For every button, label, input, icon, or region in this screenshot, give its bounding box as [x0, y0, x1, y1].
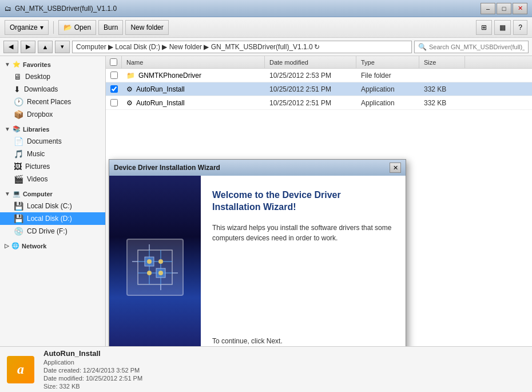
row-checkbox-cell [106, 99, 122, 106]
documents-icon: 📄 [14, 137, 23, 146]
sidebar-network-label: Network [22, 243, 46, 250]
forward-button[interactable]: ▶ [21, 41, 35, 53]
close-button[interactable]: ✕ [513, 3, 527, 14]
svg-rect-0 [138, 250, 172, 284]
search-box: 🔍 [414, 41, 529, 53]
sidebar-item-downloads[interactable]: ⬇ Downloads [0, 83, 105, 96]
organize-button[interactable]: Organize ▾ [5, 20, 49, 35]
maximize-button[interactable]: □ [497, 3, 511, 14]
cell-size: 332 KB [419, 99, 465, 107]
sidebar-item-pictures[interactable]: 🖼 Pictures [0, 160, 105, 173]
downloads-icon: ⬇ [14, 85, 21, 94]
file-info: AutoRun_Install Application Date created… [43, 349, 142, 390]
dropbox-icon: 📦 [14, 110, 23, 119]
sidebar-music-label: Music [27, 150, 45, 158]
col-header-type[interactable]: Type [356, 56, 419, 68]
window-title: GN_MTK_USBDriver(full)_V1.1.0 [15, 5, 117, 13]
videos-icon: 🎬 [14, 175, 23, 184]
libraries-expand-arrow: ▼ [5, 126, 10, 132]
app-icon: ⚙ [126, 99, 133, 107]
row-checkbox[interactable] [110, 99, 118, 106]
sidebar-favorites-header[interactable]: ▼ ⭐ Favorites [0, 58, 105, 70]
up-button[interactable]: ▲ [38, 41, 53, 53]
window-icon: 🗂 [5, 5, 11, 13]
modal-close-button[interactable]: ✕ [390, 163, 401, 173]
cell-date: 10/25/2012 2:53 PM [265, 72, 356, 80]
select-all-checkbox[interactable] [110, 58, 117, 66]
back-button[interactable]: ◀ [3, 41, 18, 53]
folder-icon: 📁 [126, 72, 135, 80]
sidebar-item-desktop[interactable]: 🖥 Desktop [0, 70, 105, 83]
sidebar-computer-header[interactable]: ▼ 💻 Computer [0, 188, 105, 200]
sidebar-local-d-label: Local Disk (D:) [27, 215, 72, 223]
svg-point-7 [147, 259, 152, 264]
cell-date: 10/25/2012 2:51 PM [265, 85, 356, 93]
help-button[interactable]: ? [513, 20, 527, 35]
filename-text: AutoRun_Install [136, 99, 185, 107]
sidebar-network-header[interactable]: ▷ 🌐 Network [0, 240, 105, 252]
modal-heading-text: Welcome to the Device DriverInstallation… [212, 190, 341, 212]
table-row[interactable]: ⚙ AutoRun_Install 10/25/2012 2:51 PM App… [106, 82, 532, 96]
view-toggle-button[interactable]: ⊞ [476, 20, 492, 35]
cell-filename: ⚙ AutoRun_Install [122, 85, 265, 93]
burn-button[interactable]: Burn [98, 20, 123, 35]
sidebar-dropbox-label: Dropbox [27, 110, 53, 118]
file-large-icon: a [7, 356, 34, 383]
col-header-size[interactable]: Size [419, 56, 465, 68]
row-checkbox[interactable] [110, 85, 118, 93]
file-info-date-modified: Date modified: 10/25/2012 2:51 PM [43, 375, 142, 382]
breadcrumb[interactable]: Computer ▶ Local Disk (D:) ▶ New folder … [72, 41, 412, 53]
search-input[interactable] [429, 43, 525, 50]
new-folder-button[interactable]: New folder [125, 20, 168, 35]
network-expand-arrow: ▷ [5, 243, 9, 249]
file-info-date-created: Date created: 12/24/2013 3:52 PM [43, 367, 142, 374]
recent-button[interactable]: ▾ [55, 41, 70, 53]
sidebar-computer-label: Computer [23, 191, 53, 197]
sidebar-favorites-label: Favorites [23, 61, 51, 68]
row-checkbox[interactable] [110, 72, 118, 79]
sidebar-item-dropbox[interactable]: 📦 Dropbox [0, 108, 105, 121]
pictures-icon: 🖼 [14, 162, 22, 171]
sidebar-item-local-c[interactable]: 💾 Local Disk (C:) [0, 200, 105, 212]
favorites-expand-arrow: ▼ [5, 61, 10, 68]
table-row[interactable]: ⚙ AutoRun_Install 10/25/2012 2:51 PM App… [106, 96, 532, 110]
sidebar-documents-label: Documents [27, 137, 62, 145]
modal-description: This wizard helps you install the softwa… [212, 223, 394, 243]
search-icon: 🔍 [418, 43, 427, 51]
address-bar: ◀ ▶ ▲ ▾ Computer ▶ Local Disk (D:) ▶ New… [0, 38, 532, 56]
sidebar-item-documents[interactable]: 📄 Documents [0, 135, 105, 148]
file-rows-container: 📁 GNMTKPhoneDriver 10/25/2012 2:53 PM Fi… [106, 69, 532, 110]
sidebar-recent-label: Recent Places [27, 98, 71, 106]
col-header-name[interactable]: Name [122, 56, 265, 68]
cell-size: 332 KB [419, 85, 465, 93]
cell-type: File folder [356, 72, 419, 80]
circuit-board-icon [132, 244, 178, 290]
pane-toggle-button[interactable]: ▦ [494, 20, 511, 35]
sidebar-item-music[interactable]: 🎵 Music [0, 148, 105, 160]
breadcrumb-text: Computer ▶ Local Disk (D:) ▶ New folder … [76, 43, 313, 51]
device-driver-wizard-dialog: Device Driver Installation Wizard ✕ [109, 159, 406, 346]
filename-text: AutoRun_Install [136, 85, 185, 93]
col-header-date[interactable]: Date modified [265, 56, 356, 68]
file-info-type: Application [43, 359, 142, 366]
sidebar-item-cd-drive[interactable]: 💿 CD Drive (F:) [0, 225, 105, 237]
svg-point-9 [147, 271, 152, 275]
checkbox-col-header [106, 56, 122, 68]
sidebar-item-videos[interactable]: 🎬 Videos [0, 173, 105, 185]
explorer-window: 🗂 GN_MTK_USBDriver(full)_V1.1.0 – □ ✕ Or… [0, 0, 532, 392]
table-row[interactable]: 📁 GNMTKPhoneDriver 10/25/2012 2:53 PM Fi… [106, 69, 532, 82]
sidebar-item-local-d[interactable]: 💾 Local Disk (D:) [0, 212, 105, 225]
minimize-button[interactable]: – [481, 3, 495, 14]
sidebar-libraries-header[interactable]: ▼ 📚 Libraries [0, 123, 105, 135]
open-button[interactable]: 📂 Open [58, 20, 96, 35]
sidebar-libraries-section: ▼ 📚 Libraries 📄 Documents 🎵 Music 🖼 Pict… [0, 123, 105, 185]
sidebar-pictures-label: Pictures [25, 163, 50, 171]
app-icon: ⚙ [126, 85, 133, 93]
file-list-header: Name Date modified Type Size [106, 56, 532, 69]
toolbar: Organize ▾ 📂 Open Burn New folder ⊞ ▦ ? [0, 17, 532, 38]
main-area: ▼ ⭐ Favorites 🖥 Desktop ⬇ Downloads 🕐 Re… [0, 56, 532, 346]
sidebar-item-recent-places[interactable]: 🕐 Recent Places [0, 96, 105, 108]
svg-point-8 [158, 259, 163, 264]
chevron-down-icon: ▾ [40, 23, 43, 31]
file-info-name: AutoRun_Install [43, 349, 142, 358]
